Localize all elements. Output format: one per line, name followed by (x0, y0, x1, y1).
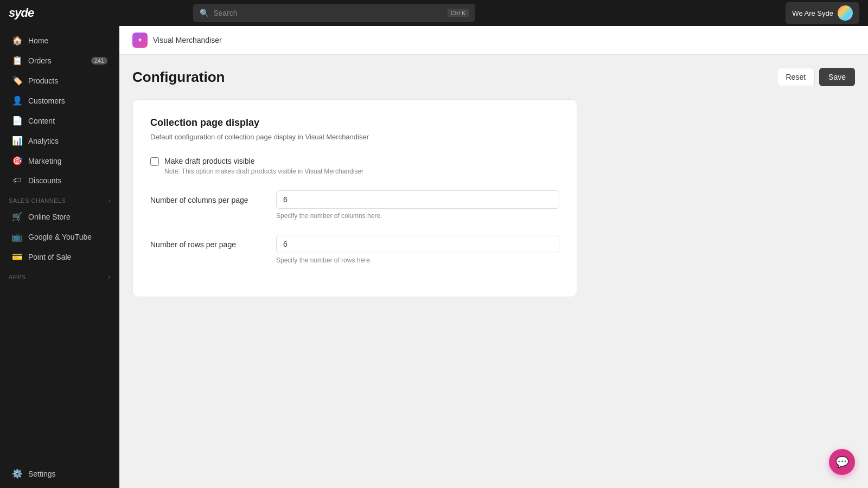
logo: syde (9, 6, 34, 20)
search-shortcut: Ctrl K (448, 9, 469, 17)
layout: 🏠 Home 📋 Orders 241 🏷️ Products 👤 Custom… (0, 26, 868, 488)
draft-products-checkbox-row: Make draft products visible Note: This o… (150, 156, 559, 175)
orders-icon: 📋 (12, 55, 23, 66)
app-icon-symbol: ✦ (137, 36, 143, 44)
store-selector[interactable]: We Are Syde (786, 2, 859, 24)
sales-channels-label: Sales channels (9, 197, 66, 204)
rows-field-right: Specify the number of rows here. (276, 235, 559, 264)
search-icon: 🔍 (200, 9, 209, 17)
settings-icon: ⚙️ (12, 468, 23, 479)
sidebar-item-orders[interactable]: 📋 Orders 241 (3, 51, 116, 70)
columns-field-right: Specify the number of columns here. (276, 190, 559, 220)
checkbox-text: Make draft products visible Note: This o… (164, 156, 363, 175)
draft-products-checkbox[interactable] (150, 157, 159, 166)
apps-section: Apps › (0, 267, 119, 283)
columns-label: Number of columns per page (150, 190, 259, 204)
sales-channels-section: Sales channels › (0, 190, 119, 207)
sidebar-item-label: Home (28, 36, 48, 45)
rows-hint: Specify the number of rows here. (276, 256, 559, 264)
marketing-icon: 🎯 (12, 156, 23, 166)
search-bar[interactable]: 🔍 Ctrl K (193, 4, 475, 22)
discounts-icon: 🏷 (12, 176, 23, 185)
sidebar-item-label: Analytics (28, 137, 59, 145)
columns-field-row: Number of columns per page Specify the n… (150, 190, 559, 220)
configuration-card: Collection page display Default configur… (132, 99, 577, 297)
sidebar-item-label: Marketing (28, 157, 61, 165)
sidebar-item-label: Products (28, 76, 58, 85)
content-icon: 📄 (12, 115, 23, 126)
card-title: Collection page display (150, 117, 559, 129)
topbar: syde 🔍 Ctrl K We Are Syde (0, 0, 868, 26)
orders-badge: 241 (91, 57, 107, 65)
apps-label: Apps (9, 274, 25, 280)
sidebar-item-label: Online Store (28, 213, 71, 221)
sidebar-item-marketing[interactable]: 🎯 Marketing (3, 151, 116, 170)
page-title: Configuration (132, 69, 225, 86)
sidebar-item-label: Settings (28, 470, 56, 478)
rows-label: Number of rows per page (150, 235, 259, 249)
reset-button[interactable]: Reset (777, 68, 815, 86)
chevron-right-icon-apps: › (108, 273, 111, 281)
sidebar-item-analytics[interactable]: 📊 Analytics (3, 131, 116, 150)
card-description: Default configuration of collection page… (150, 133, 559, 141)
topbar-right: We Are Syde (786, 2, 859, 24)
sidebar-item-label: Orders (28, 56, 52, 65)
columns-hint: Specify the number of columns here. (276, 212, 559, 220)
checkbox-label[interactable]: Make draft products visible (164, 157, 255, 165)
sidebar-item-label: Customers (28, 97, 65, 105)
app-header: ✦ Visual Merchandiser (119, 26, 868, 55)
rows-input[interactable] (276, 235, 559, 253)
pos-icon: 💳 (12, 252, 23, 262)
rows-field-row: Number of rows per page Specify the numb… (150, 235, 559, 264)
columns-input[interactable] (276, 190, 559, 209)
app-title: Visual Merchandiser (153, 36, 222, 44)
online-store-icon: 🛒 (12, 211, 23, 222)
products-icon: 🏷️ (12, 75, 23, 86)
store-avatar (838, 5, 853, 21)
google-youtube-icon: 📺 (12, 232, 23, 242)
sidebar-item-content[interactable]: 📄 Content (3, 111, 116, 130)
sidebar-item-customers[interactable]: 👤 Customers (3, 91, 116, 110)
sidebar-item-label: Point of Sale (28, 253, 71, 261)
customers-icon: 👤 (12, 95, 23, 106)
sidebar-item-home[interactable]: 🏠 Home (3, 31, 116, 50)
header-actions: Reset Save (777, 68, 856, 86)
checkbox-hint: Note: This option makes draft products v… (164, 168, 363, 175)
sidebar: 🏠 Home 📋 Orders 241 🏷️ Products 👤 Custom… (0, 26, 119, 488)
sidebar-item-point-of-sale[interactable]: 💳 Point of Sale (3, 247, 116, 266)
search-input[interactable] (213, 9, 443, 17)
analytics-icon: 📊 (12, 136, 23, 146)
store-name: We Are Syde (792, 9, 833, 17)
sidebar-item-label: Discounts (28, 176, 61, 185)
sidebar-item-online-store[interactable]: 🛒 Online Store (3, 207, 116, 226)
home-icon: 🏠 (12, 35, 23, 46)
sidebar-item-discounts[interactable]: 🏷 Discounts (3, 171, 116, 190)
sidebar-item-google-youtube[interactable]: 📺 Google & YouTube (3, 227, 116, 246)
main-content: ✦ Visual Merchandiser Configuration Rese… (119, 26, 868, 488)
sidebar-item-label: Google & YouTube (28, 233, 92, 241)
page-header: Configuration Reset Save (132, 68, 855, 86)
sidebar-bottom: ⚙️ Settings (0, 459, 119, 484)
sidebar-item-label: Content (28, 117, 55, 125)
save-button[interactable]: Save (819, 68, 855, 86)
sidebar-item-settings[interactable]: ⚙️ Settings (3, 464, 116, 483)
page-content: Configuration Reset Save Collection page… (119, 55, 868, 488)
chat-button[interactable]: 💬 (829, 449, 855, 475)
app-icon: ✦ (132, 33, 148, 48)
sidebar-item-products[interactable]: 🏷️ Products (3, 71, 116, 90)
chevron-right-icon: › (108, 197, 111, 204)
